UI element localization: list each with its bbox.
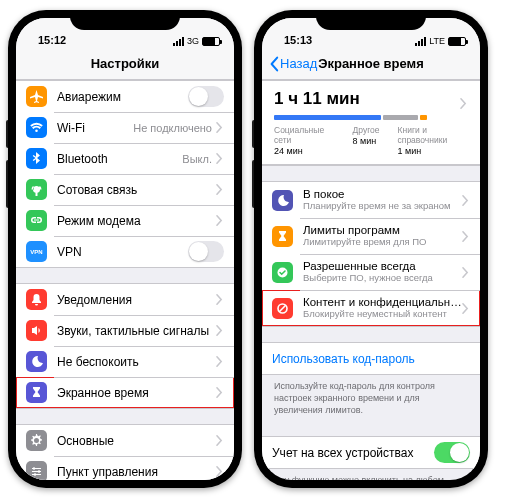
signal-icon xyxy=(415,37,426,46)
share-switch[interactable] xyxy=(434,442,470,463)
chevron-icon xyxy=(462,195,470,206)
chevron-icon xyxy=(460,98,468,109)
chevron-icon xyxy=(216,356,224,367)
status-time: 15:12 xyxy=(30,34,66,46)
antenna-icon xyxy=(26,179,47,200)
row-label: Лимиты программ xyxy=(303,224,462,236)
status-right: 3G xyxy=(173,36,220,46)
row-value: Выкл. xyxy=(182,153,212,165)
screen: 15:12 3G Настройки АвиарежимWi-FiНе подк… xyxy=(16,18,234,480)
row-bt[interactable]: BluetoothВыкл. xyxy=(16,143,234,174)
share-footer: Эту функцию можно включить на любом устр… xyxy=(262,469,480,480)
row-label: Режим модема xyxy=(57,214,216,228)
chevron-icon xyxy=(462,231,470,242)
legend-category: Другое xyxy=(353,125,380,135)
check-icon xyxy=(272,262,293,283)
bar-segment xyxy=(420,115,428,120)
row-label: Контент и конфиденциальность xyxy=(303,296,462,308)
bell-icon xyxy=(26,289,47,310)
chevron-icon xyxy=(216,184,224,195)
row-label: VPN xyxy=(57,245,188,259)
chevron-icon xyxy=(216,325,224,336)
device-right: 15:13 LTE Назад Экранное время 1 ч 11 ми… xyxy=(254,10,488,488)
row-hotspot[interactable]: Режим модема xyxy=(16,205,234,236)
svg-point-3 xyxy=(34,473,36,475)
row-label: Wi-Fi xyxy=(57,121,133,135)
network-type: LTE xyxy=(429,36,445,46)
svg-line-13 xyxy=(279,305,285,311)
row-airplane[interactable]: Авиарежим xyxy=(16,81,234,112)
row-general[interactable]: Основные xyxy=(16,425,234,456)
row-content[interactable]: Контент и конфиденциальностьБлокируйте н… xyxy=(262,290,480,326)
row-vpn[interactable]: VPNVPN xyxy=(16,236,234,267)
row-label: Разрешенные всегда xyxy=(303,260,462,272)
row-allowed[interactable]: Разрешенные всегдаВыберите ПО, нужное вс… xyxy=(262,254,480,290)
wifi-icon xyxy=(26,117,47,138)
row-value: Не подключено xyxy=(133,122,212,134)
legend-item: Другое8 мин xyxy=(353,125,380,156)
status-time: 15:13 xyxy=(276,34,312,46)
row-notif[interactable]: Уведомления xyxy=(16,284,234,315)
svg-text:VPN: VPN xyxy=(30,249,42,255)
back-label: Назад xyxy=(280,56,317,71)
row-limits[interactable]: Лимиты программЛимитируйте время для ПО xyxy=(262,218,480,254)
row-control[interactable]: Пункт управления xyxy=(16,456,234,480)
notch xyxy=(70,10,180,30)
group-general: ОсновныеПункт управленияAAЭкран и яркост… xyxy=(16,424,234,480)
nav-bar: Назад Экранное время xyxy=(262,48,480,80)
legend-category: Книги и справочники xyxy=(398,125,468,145)
group-notifications: УведомленияЗвуки, тактильные сигналыНе б… xyxy=(16,283,234,409)
bar-segment xyxy=(383,115,418,120)
back-button[interactable]: Назад xyxy=(268,56,317,72)
settings-list[interactable]: АвиарежимWi-FiНе подключеноBluetoothВыкл… xyxy=(16,80,234,480)
passcode-footer: Используйте код-пароль для контроля наст… xyxy=(262,375,480,421)
nav-title: Экранное время xyxy=(318,56,424,71)
moon-icon xyxy=(26,351,47,372)
row-cell[interactable]: Сотовая связь xyxy=(16,174,234,205)
bluetooth-icon xyxy=(26,148,47,169)
link-label: Использовать код-пароль xyxy=(272,352,415,366)
summary-card[interactable]: 1 ч 11 мин Социальные сети24 минДругое8 … xyxy=(262,80,480,166)
row-label: Bluetooth xyxy=(57,152,182,166)
screen: 15:13 LTE Назад Экранное время 1 ч 11 ми… xyxy=(262,18,480,480)
legend-category: Социальные сети xyxy=(274,125,335,145)
screentime-list[interactable]: 1 ч 11 мин Социальные сети24 минДругое8 … xyxy=(262,80,480,480)
sliders-icon xyxy=(26,461,47,480)
row-downtime[interactable]: В покоеПланируйте время не за экраном xyxy=(262,182,480,218)
row-label: Авиарежим xyxy=(57,90,188,104)
row-label: Пункт управления xyxy=(57,465,216,479)
row-label: Не беспокоить xyxy=(57,355,216,369)
device-left: 15:12 3G Настройки АвиарежимWi-FiНе подк… xyxy=(8,10,242,488)
row-sounds[interactable]: Звуки, тактильные сигналы xyxy=(16,315,234,346)
row-screentime[interactable]: Экранное время xyxy=(16,377,234,408)
chevron-icon xyxy=(216,153,224,164)
speaker-icon xyxy=(26,320,47,341)
group-screentime-options: В покоеПланируйте время не за экраномЛим… xyxy=(262,181,480,327)
nav-title: Настройки xyxy=(91,56,160,71)
legend-duration: 24 мин xyxy=(274,146,303,156)
row-dnd[interactable]: Не беспокоить xyxy=(16,346,234,377)
row-label: Учет на всех устройствах xyxy=(272,446,434,460)
chevron-icon xyxy=(216,435,224,446)
total-time: 1 ч 11 мин xyxy=(274,89,360,109)
network-type: 3G xyxy=(187,36,199,46)
chevron-icon xyxy=(462,303,470,314)
use-passcode-button[interactable]: Использовать код-пароль xyxy=(262,343,480,374)
group-share: Учет на всех устройствах xyxy=(262,436,480,469)
nosign-icon xyxy=(272,298,293,319)
row-subtitle: Планируйте время не за экраном xyxy=(303,200,462,211)
airplane-switch[interactable] xyxy=(188,86,224,107)
legend-item: Социальные сети24 мин xyxy=(274,125,335,156)
row-label: Сотовая связь xyxy=(57,183,216,197)
row-wifi[interactable]: Wi-FiНе подключено xyxy=(16,112,234,143)
link-icon xyxy=(26,210,47,231)
share-across-devices-row[interactable]: Учет на всех устройствах xyxy=(262,437,480,468)
battery-icon xyxy=(202,37,220,46)
row-label: Экранное время xyxy=(57,386,216,400)
legend-duration: 1 мин xyxy=(398,146,422,156)
vpn-switch[interactable] xyxy=(188,241,224,262)
group-passcode: Использовать код-пароль xyxy=(262,342,480,375)
row-label: Звуки, тактильные сигналы xyxy=(57,324,216,338)
legend-item: Книги и справочники1 мин xyxy=(398,125,468,156)
nav-bar: Настройки xyxy=(16,48,234,80)
